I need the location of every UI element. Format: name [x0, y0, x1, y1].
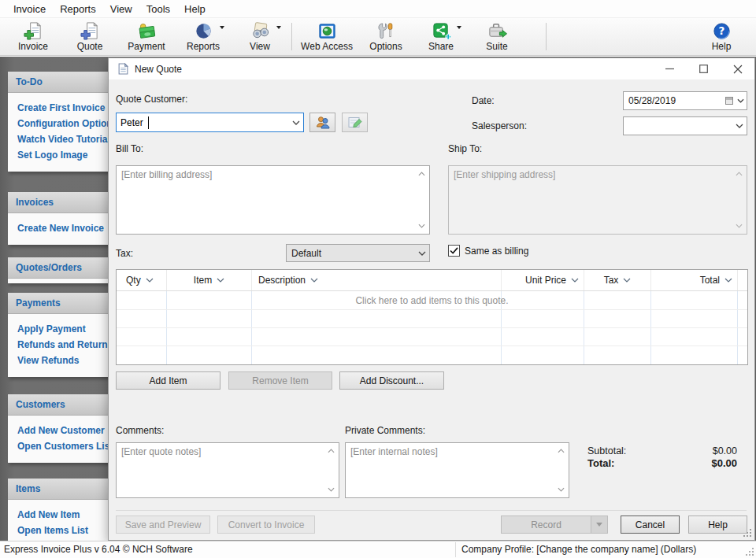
date-picker[interactable]: 05/28/2019	[623, 91, 747, 110]
toolbar-view-button[interactable]: View	[232, 19, 288, 54]
new-quote-icon	[80, 21, 100, 41]
new-invoice-icon	[24, 21, 43, 41]
sidebar-item-open-customers-list[interactable]: Open Customers List	[8, 438, 110, 454]
help-button[interactable]: Help	[688, 516, 747, 534]
sidebar-item-refunds-and-returns[interactable]: Refunds and Returns	[8, 337, 110, 353]
edit-customer-button[interactable]	[342, 113, 368, 132]
status-company-profile[interactable]: Company Profile: [Change the company nam…	[461, 544, 696, 555]
edit-icon	[347, 116, 363, 129]
calendar-icon[interactable]	[723, 96, 747, 105]
toolbar-options-button[interactable]: Options	[358, 19, 413, 54]
chevron-down-icon[interactable]	[457, 26, 461, 31]
scroll-down-icon[interactable]	[555, 485, 566, 494]
share-icon	[432, 21, 451, 41]
add-discount-button[interactable]: Add Discount...	[339, 371, 444, 390]
comments-label: Comments:	[116, 425, 164, 436]
sidebar-item-set-logo-image[interactable]: Set Logo Image	[8, 147, 110, 163]
scroll-up-icon	[733, 169, 744, 179]
toolbar-invoice-button[interactable]: Invoice	[5, 19, 61, 54]
maximize-button[interactable]	[687, 58, 721, 79]
dialog-title: New Quote	[135, 64, 182, 75]
tax-label: Tax:	[116, 248, 133, 259]
web-access-icon	[317, 21, 337, 41]
select-customer-button[interactable]	[309, 113, 335, 132]
sidebar-section-invoices: Invoices Create New Invoice	[8, 192, 110, 245]
toolbar-payment-button[interactable]: Payment	[118, 19, 175, 54]
column-header-item[interactable]: Item	[167, 270, 252, 290]
toolbar-separator	[546, 23, 547, 50]
sidebar-item-open-items-list[interactable]: Open Items List	[8, 523, 110, 538]
items-table[interactable]: Qty Item Description Unit Price Tax Tota…	[116, 269, 748, 365]
toolbar-web-access-button[interactable]: Web Access	[295, 19, 358, 54]
salesperson-combobox[interactable]	[623, 116, 747, 135]
sidebar-item-configuration-options[interactable]: Configuration Options	[8, 116, 110, 131]
column-header-description[interactable]: Description	[252, 270, 502, 290]
chevron-down-icon[interactable]	[276, 26, 281, 31]
tax-value: Default	[287, 248, 415, 259]
sidebar-item-create-first-invoice[interactable]: Create First Invoice	[8, 100, 110, 116]
scroll-up-icon[interactable]	[416, 169, 427, 179]
scroll-up-icon[interactable]	[555, 446, 566, 456]
tax-combobox[interactable]: Default	[286, 244, 430, 262]
close-button[interactable]	[721, 58, 754, 79]
sidebar-item-add-new-customer[interactable]: Add New Customer	[8, 423, 110, 438]
table-empty-hint[interactable]: Click here to add items to this quote.	[117, 295, 747, 306]
sidebar-item-apply-payment[interactable]: Apply Payment	[8, 321, 110, 337]
private-comments-textarea[interactable]	[346, 443, 569, 497]
toolbar-suite-button[interactable]: Suite	[469, 19, 525, 54]
bill-to-label: Bill To:	[116, 143, 143, 154]
sidebar-item-create-new-invoice[interactable]: Create New Invoice	[8, 220, 110, 236]
chevron-down-icon[interactable]	[732, 124, 747, 128]
total-value: $0.00	[711, 457, 737, 469]
record-dropdown-button	[591, 516, 608, 534]
record-button: Record	[501, 516, 591, 534]
date-label: Date:	[472, 95, 495, 106]
toolbar-quote-button[interactable]: Quote	[61, 19, 118, 54]
dialog-titlebar[interactable]: New Quote	[109, 58, 754, 79]
chevron-down-icon[interactable]	[415, 251, 429, 256]
sidebar-item-view-refunds[interactable]: View Refunds	[8, 353, 110, 368]
suite-icon	[487, 21, 507, 41]
chevron-down-icon[interactable]	[289, 120, 303, 125]
sidebar-item-watch-video-tutorials[interactable]: Watch Video Tutorials	[8, 131, 110, 147]
menu-reports[interactable]: Reports	[53, 2, 103, 17]
scroll-down-icon[interactable]	[416, 221, 427, 231]
toolbar-share-button[interactable]: Share	[413, 19, 469, 54]
column-header-unit-price[interactable]: Unit Price	[502, 270, 584, 290]
customer-combobox[interactable]	[116, 113, 304, 132]
same-as-billing-label: Same as billing	[465, 246, 528, 257]
items-table-body[interactable]: Click here to add items to this quote.	[117, 291, 747, 364]
private-comments-field	[345, 442, 569, 498]
checkbox-checked-icon[interactable]	[448, 245, 460, 257]
sidebar-item-add-new-item[interactable]: Add New Item	[8, 507, 110, 523]
toolbar-reports-button[interactable]: Reports	[175, 19, 232, 54]
menu-view[interactable]: View	[103, 2, 139, 17]
minimize-button[interactable]	[653, 58, 687, 79]
customer-input[interactable]	[117, 116, 289, 129]
scroll-down-icon	[733, 221, 744, 231]
resize-grip[interactable]	[745, 547, 754, 556]
toolbar-label: Share	[428, 42, 454, 52]
column-header-qty[interactable]: Qty	[117, 270, 167, 290]
footer-separator	[116, 510, 747, 511]
minimize-icon	[665, 65, 674, 73]
scroll-down-icon[interactable]	[325, 485, 336, 494]
toolbar-help-button[interactable]: ? Help	[696, 19, 747, 54]
comments-textarea[interactable]	[117, 443, 339, 497]
column-header-tax[interactable]: Tax	[584, 270, 651, 290]
bill-to-textarea[interactable]	[117, 166, 429, 234]
status-app-version: Express Invoice Plus v 6.04 © NCH Softwa…	[4, 544, 193, 555]
menu-tools[interactable]: Tools	[139, 2, 177, 17]
chevron-down-icon[interactable]	[220, 26, 224, 31]
resize-grip[interactable]	[743, 528, 752, 538]
add-item-button[interactable]: Add Item	[116, 371, 220, 390]
column-header-total[interactable]: Total	[651, 270, 738, 290]
cancel-button[interactable]: Cancel	[621, 516, 680, 534]
scroll-up-icon[interactable]	[325, 446, 336, 456]
menu-help[interactable]: Help	[177, 2, 213, 17]
menu-invoice[interactable]: Invoice	[6, 2, 53, 17]
remove-item-button: Remove Item	[228, 371, 332, 390]
record-split-button: Record	[501, 516, 608, 534]
same-as-billing-checkbox[interactable]: Same as billing	[448, 245, 528, 257]
toolbar-label: Invoice	[18, 42, 48, 52]
